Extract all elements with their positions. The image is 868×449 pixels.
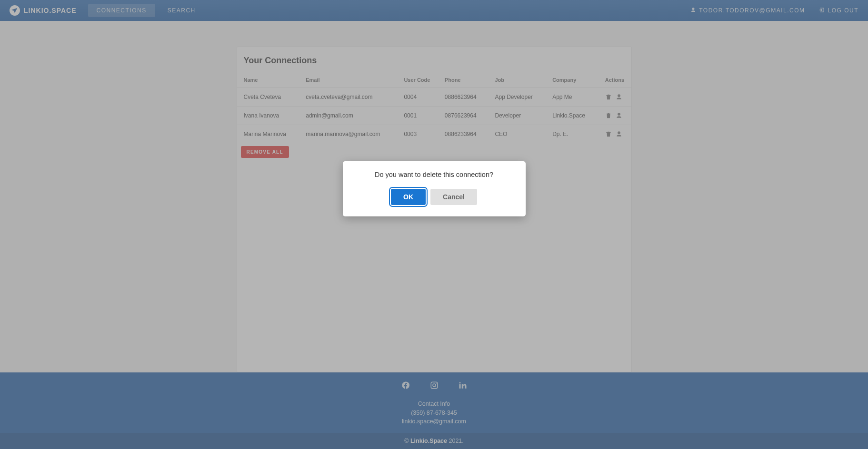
dialog-ok-button[interactable]: OK xyxy=(391,189,426,205)
confirm-delete-dialog: Do you want to delete this connection? O… xyxy=(343,161,526,216)
modal-overlay[interactable]: Do you want to delete this connection? O… xyxy=(0,0,868,449)
dialog-message: Do you want to delete this connection? xyxy=(354,171,514,178)
dialog-buttons: OK Cancel xyxy=(354,189,514,205)
dialog-cancel-button[interactable]: Cancel xyxy=(430,189,477,205)
